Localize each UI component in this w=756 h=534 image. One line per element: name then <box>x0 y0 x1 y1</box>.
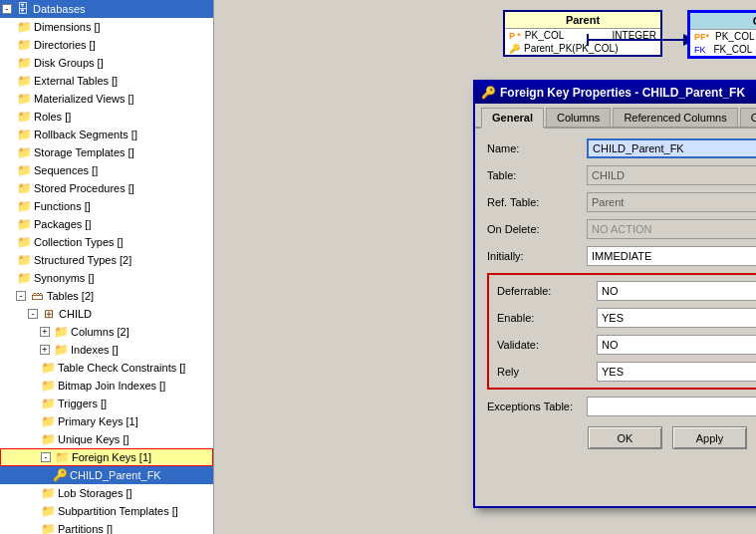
tree-item-diskgroups[interactable]: 📁 Disk Groups [] <box>0 54 213 72</box>
enable-select[interactable]: YES NO <box>597 308 756 328</box>
tree-item-tables[interactable]: - 🗃 Tables [2] <box>0 287 213 305</box>
modal-dialog: 🔑 Foreign Key Properties - CHILD_Parent_… <box>473 80 756 508</box>
tree-item-structuredtypes[interactable]: 📁 Structured Types [2] <box>0 251 213 269</box>
tree-label-rollback: Rollback Segments [] <box>34 129 137 140</box>
initially-select[interactable]: IMMEDIATE DEFERRED <box>587 246 756 266</box>
folder-icon: 📁 <box>16 162 32 178</box>
folder-icon: 📁 <box>16 91 32 107</box>
validate-select[interactable]: NO YES <box>597 335 756 355</box>
reftable-label: Ref. Table: <box>487 196 587 208</box>
tree-item-lobstorages[interactable]: 📁 Lob Storages [] <box>0 484 213 502</box>
tree-item-dimensions[interactable]: 📁 Dimensions [] <box>0 18 213 36</box>
child-fk-indicator: FK <box>694 45 706 55</box>
folder-icon-uk: 📁 <box>40 431 56 447</box>
folder-icon: 📁 <box>16 109 32 125</box>
expand-icon-child[interactable]: - <box>28 309 38 319</box>
tree-item-synonyms[interactable]: 📁 Synonyms [] <box>0 269 213 287</box>
name-input[interactable] <box>587 138 756 158</box>
tree-item-bitmapjoin[interactable]: 📁 Bitmap Join Indexes [] <box>0 377 213 395</box>
expand-icon-columns[interactable]: + <box>40 327 50 337</box>
tree-item-child[interactable]: - ⊞ CHILD <box>0 305 213 323</box>
red-bordered-section: Deferrable: NO YES ▼ Enable: YES <box>487 273 756 390</box>
expand-icon-foreignkeys[interactable]: - <box>41 452 51 462</box>
expand-icon-databases[interactable]: - <box>2 4 12 14</box>
tree-item-foreignkeys[interactable]: - 📁 Foreign Keys [1] <box>0 448 213 466</box>
tree-item-indexes[interactable]: + 📁 Indexes [] <box>0 341 213 359</box>
table-icon: 🗃 <box>29 288 45 304</box>
apply-button[interactable]: Apply <box>672 426 747 449</box>
initially-select-wrapper: IMMEDIATE DEFERRED ▼ <box>587 246 756 266</box>
tree-item-storedprocs[interactable]: 📁 Stored Procedures [] <box>0 179 213 197</box>
tab-columns[interactable]: Columns <box>546 108 611 127</box>
tree-item-subpartition[interactable]: 📁 Subpartition Templates [] <box>0 502 213 520</box>
tab-refcols[interactable]: Referenced Columns <box>613 108 737 127</box>
rely-select[interactable]: YES NO <box>597 362 756 382</box>
tree-item-matviews[interactable]: 📁 Materialized Views [] <box>0 90 213 108</box>
tab-general[interactable]: General <box>481 108 544 129</box>
tree-item-databases[interactable]: - 🗄 Databases <box>0 0 213 18</box>
tree-item-sequences[interactable]: 📁 Sequences [] <box>0 161 213 179</box>
tree-item-externaltables[interactable]: 📁 External Tables [] <box>0 72 213 90</box>
tree-label-functions: Functions [] <box>34 200 91 212</box>
ondelete-select[interactable]: NO ACTION CASCADE SET NULL <box>587 219 756 239</box>
tree-item-packages[interactable]: 📁 Packages [] <box>0 215 213 233</box>
folder-icon: 📁 <box>16 144 32 160</box>
modal-buttons: OK Apply Cancel <box>487 426 756 449</box>
exceptions-row: Exceptions Table: ▼ <box>487 397 756 416</box>
folder-icon: 📁 <box>16 216 32 232</box>
tree-label-collectiontypes: Collection Types [] <box>34 236 124 248</box>
tree-label-roles: Roles [] <box>34 111 71 123</box>
exceptions-select[interactable] <box>587 397 756 416</box>
table-label: Table: <box>487 169 587 181</box>
folder-icon-tcc: 📁 <box>40 360 56 376</box>
tab-comments[interactable]: Comments <box>740 108 756 127</box>
tree-label-diskgroups: Disk Groups [] <box>34 57 104 69</box>
name-row: Name: <box>487 138 756 158</box>
tree-item-uniquekeys[interactable]: 📁 Unique Keys [] <box>0 430 213 448</box>
tree-label-databases: Databases <box>33 3 86 15</box>
deferrable-label: Deferrable: <box>497 285 597 297</box>
tree-label-dimensions: Dimensions [] <box>34 21 101 33</box>
rely-select-wrapper: YES NO ▼ <box>597 362 756 382</box>
tree-label-uniquekeys: Unique Keys [] <box>58 433 129 445</box>
folder-icon-lob: 📁 <box>40 485 56 501</box>
deferrable-select-wrapper: NO YES ▼ <box>597 281 756 301</box>
ondelete-label: On Delete: <box>487 223 587 235</box>
tree-label-packages: Packages [] <box>34 218 91 230</box>
child-table: CHILD PF* PK_COL INTEGER FK FK_COL INTEG… <box>687 10 756 59</box>
expand-icon-indexes[interactable]: + <box>40 345 50 355</box>
tree-label-bitmapjoin: Bitmap Join Indexes [] <box>58 380 165 392</box>
tree-item-triggers[interactable]: 📁 Triggers [] <box>0 395 213 412</box>
table-row: Table: <box>487 165 756 185</box>
folder-icon: 📁 <box>16 55 32 71</box>
folder-icon-triggers: 📁 <box>40 396 56 411</box>
expand-icon-tables[interactable]: - <box>16 291 26 301</box>
tree-item-rollback[interactable]: 📁 Rollback Segments [] <box>0 126 213 143</box>
tree-label-partitions: Partitions [] <box>58 523 113 534</box>
tree-item-directories[interactable]: 📁 Directories [] <box>0 36 213 54</box>
child-table-title: CHILD <box>690 13 756 30</box>
tree-item-columns[interactable]: + 📁 Columns [2] <box>0 323 213 341</box>
tree-item-child-parent-fk[interactable]: 🔑 CHILD_Parent_FK <box>0 466 213 484</box>
tree-label-child-parent-fk: CHILD_Parent_FK <box>70 469 161 481</box>
tree-item-primarykeys[interactable]: 📁 Primary Keys [1] <box>0 412 213 430</box>
tree-item-functions[interactable]: 📁 Functions [] <box>0 197 213 215</box>
tree-label-storedprocs: Stored Procedures [] <box>34 182 134 194</box>
deferrable-select[interactable]: NO YES <box>597 281 756 301</box>
tree-item-tablecheckconstraints[interactable]: 📁 Table Check Constraints [] <box>0 359 213 377</box>
modal-titlebar: 🔑 Foreign Key Properties - CHILD_Parent_… <box>475 82 756 104</box>
tree-item-storagetemplates[interactable]: 📁 Storage Templates [] <box>0 143 213 161</box>
child-pk-indicator: PF* <box>694 32 709 42</box>
initially-label: Initially: <box>487 250 587 262</box>
tree-item-roles[interactable]: 📁 Roles [] <box>0 108 213 126</box>
tree-label-directories: Directories [] <box>34 39 96 51</box>
folder-icon: 📁 <box>16 198 32 214</box>
folder-icon-part: 📁 <box>40 521 56 534</box>
folder-icon: 📁 <box>16 19 32 35</box>
name-label: Name: <box>487 142 587 154</box>
tree-label-tablecheckconstraints: Table Check Constraints [] <box>58 362 185 374</box>
ok-button[interactable]: OK <box>588 426 662 449</box>
tree-item-collectiontypes[interactable]: 📁 Collection Types [] <box>0 233 213 251</box>
folder-icon: 📁 <box>16 270 32 286</box>
tree-item-partitions[interactable]: 📁 Partitions [] <box>0 520 213 534</box>
